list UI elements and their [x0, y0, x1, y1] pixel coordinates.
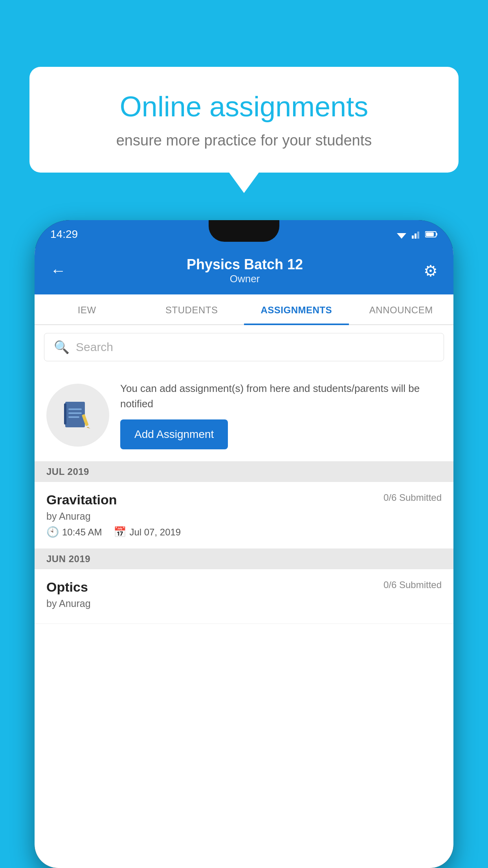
speech-bubble-subtitle: ensure more practice for your students	[57, 132, 431, 149]
meta-time: 🕙 10:45 AM	[46, 526, 102, 538]
svg-rect-9	[68, 408, 82, 410]
gear-icon[interactable]: ⚙	[424, 262, 438, 280]
status-icons	[395, 230, 438, 239]
signal-icon	[412, 230, 421, 239]
tab-students[interactable]: STUDENTS	[139, 294, 244, 324]
assignment-time: 10:45 AM	[62, 527, 102, 538]
assignment-item-gravitation[interactable]: Gravitation 0/6 Submitted by Anurag 🕙 10…	[35, 482, 453, 549]
promo-text: You can add assignment(s) from here and …	[120, 381, 442, 412]
back-button[interactable]: ←	[50, 262, 66, 280]
assignment-submitted: 0/6 Submitted	[383, 492, 442, 503]
svg-marker-14	[86, 426, 90, 429]
assignment-header-row: Gravitation 0/6 Submitted	[46, 492, 442, 508]
assignment-optics-submitted: 0/6 Submitted	[383, 579, 442, 590]
assignment-date: Jul 07, 2019	[129, 527, 181, 538]
speech-bubble: Online assignments ensure more practice …	[29, 67, 459, 173]
tab-bar: IEW STUDENTS ASSIGNMENTS ANNOUNCEM	[35, 294, 453, 325]
section-jul-2019: JUL 2019	[35, 462, 453, 482]
tab-assignments[interactable]: ASSIGNMENTS	[244, 294, 349, 324]
promo-section: You can add assignment(s) from here and …	[35, 369, 453, 462]
speech-bubble-container: Online assignments ensure more practice …	[29, 67, 459, 173]
assignment-title: Gravitation	[46, 492, 117, 508]
clock-icon: 🕙	[46, 526, 59, 538]
svg-rect-11	[68, 416, 79, 418]
svg-rect-10	[68, 412, 82, 414]
assignment-meta: 🕙 10:45 AM 📅 Jul 07, 2019	[46, 526, 442, 538]
section-jun-2019: JUN 2019	[35, 549, 453, 569]
search-placeholder: Search	[76, 340, 113, 354]
header-title: Physics Batch 12	[187, 256, 303, 273]
tab-iew[interactable]: IEW	[35, 294, 139, 324]
search-bar[interactable]: 🔍 Search	[44, 333, 444, 361]
tab-announcements[interactable]: ANNOUNCEM	[349, 294, 454, 324]
svg-marker-1	[398, 235, 405, 239]
search-icon: 🔍	[54, 340, 70, 355]
assignment-author: by Anurag	[46, 511, 442, 522]
app-header: ← Physics Batch 12 Owner ⚙	[35, 248, 453, 294]
svg-rect-12	[64, 403, 66, 425]
calendar-icon: 📅	[114, 526, 126, 538]
search-bar-container: 🔍 Search	[35, 325, 453, 369]
svg-rect-2	[412, 235, 414, 239]
phone-screen: ← Physics Batch 12 Owner ⚙ IEW STUDENTS …	[35, 248, 453, 868]
assignment-optics-author: by Anurag	[46, 598, 442, 609]
battery-icon	[425, 231, 438, 238]
wifi-icon	[395, 230, 408, 239]
svg-rect-3	[415, 234, 416, 239]
assignment-optics-title: Optics	[46, 579, 88, 595]
notebook-icon	[61, 399, 95, 432]
add-assignment-button[interactable]: Add Assignment	[120, 419, 228, 449]
speech-bubble-title: Online assignments	[57, 90, 431, 123]
assignment-optics-header-row: Optics 0/6 Submitted	[46, 579, 442, 595]
meta-date: 📅 Jul 07, 2019	[114, 526, 181, 538]
svg-rect-8	[65, 402, 85, 427]
header-title-group: Physics Batch 12 Owner	[187, 256, 303, 285]
svg-rect-4	[417, 232, 419, 239]
promo-icon-circle	[46, 384, 109, 447]
assignment-item-optics[interactable]: Optics 0/6 Submitted by Anurag	[35, 569, 453, 624]
status-time: 14:29	[50, 228, 78, 241]
promo-content: You can add assignment(s) from here and …	[120, 381, 442, 449]
svg-rect-7	[426, 232, 434, 236]
phone-frame: 14:29 ← Physi	[35, 220, 453, 868]
header-subtitle: Owner	[187, 273, 303, 285]
status-bar: 14:29	[35, 220, 453, 248]
svg-rect-6	[436, 233, 437, 235]
